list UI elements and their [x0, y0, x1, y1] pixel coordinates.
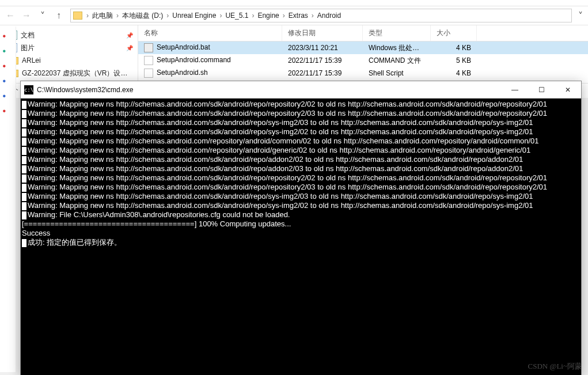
line-marker	[22, 138, 26, 146]
file-icon	[144, 69, 153, 78]
file-icon	[144, 43, 153, 52]
nav-forward-button[interactable]: →	[20, 9, 33, 22]
console-line: Success	[22, 229, 580, 238]
console-line: Warning: Mapping new ns http://schemas.a…	[22, 155, 580, 164]
strip-icon[interactable]: •	[3, 31, 13, 41]
file-type-cell: COMMAND 文件	[363, 56, 431, 66]
ribbon-placeholder	[0, 0, 588, 6]
console-line: Warning: Mapping new ns http://schemas.a…	[22, 100, 580, 109]
title-bar[interactable]: c:\ C:\Windows\system32\cmd.exe — ☐ ✕	[21, 81, 581, 99]
maximize-button[interactable]: ☐	[528, 81, 555, 99]
address-dropdown-button[interactable]: ˅	[575, 10, 586, 21]
console-line: Warning: Mapping new ns http://schemas.a…	[22, 109, 580, 118]
minimize-button[interactable]: —	[502, 81, 528, 99]
file-name-cell: SetupAndroid.command	[138, 56, 282, 65]
console-line: [=======================================…	[22, 219, 580, 229]
nav-recent-button[interactable]: ˅	[36, 9, 50, 22]
console-line: Warning: Mapping new ns http://schemas.a…	[22, 201, 580, 210]
console-line: Warning: Mapping new ns http://schemas.a…	[22, 146, 580, 155]
console-line: Warning: Mapping new ns http://schemas.a…	[22, 183, 580, 192]
line-marker	[22, 193, 26, 201]
chevron-right-icon: ›	[115, 12, 120, 20]
strip-icon[interactable]: •	[3, 91, 13, 101]
table-row[interactable]: SetupAndroid.sh2022/11/17 15:39Shell Scr…	[138, 67, 588, 79]
chevron-right-icon: ›	[85, 12, 90, 20]
console-line: Warning: Mapping new ns http://schemas.a…	[22, 118, 580, 127]
breadcrumb-segment[interactable]: Unreal Engine	[170, 12, 218, 20]
console-line: Warning: Mapping new ns http://schemas.a…	[22, 173, 580, 183]
nav-back-button[interactable]: ←	[3, 9, 17, 22]
folder-icon	[73, 12, 82, 20]
line-marker	[22, 156, 26, 164]
chevron-right-icon: ›	[281, 12, 287, 20]
file-icon	[144, 56, 153, 65]
file-size-cell: 5 KB	[431, 56, 477, 65]
line-marker	[22, 165, 26, 173]
strip-icon[interactable]: •	[3, 76, 13, 86]
line-marker	[22, 211, 26, 219]
window-title: C:\Windows\system32\cmd.exe	[37, 86, 502, 94]
watermark: CSDN @Li~阿蒙	[528, 361, 583, 372]
console-line: Warning: Mapping new ns http://schemas.a…	[22, 127, 580, 137]
console-line: Warning: Mapping new ns http://schemas.a…	[22, 192, 580, 201]
console-output[interactable]: Warning: Mapping new ns http://schemas.a…	[21, 99, 581, 375]
breadcrumb-segment[interactable]: Android	[316, 12, 343, 20]
address-bar: ← → ˅ ↑ › 此电脑 ›本地磁盘 (D:)›Unreal Engine›U…	[0, 6, 588, 25]
breadcrumb[interactable]: › 此电脑 ›本地磁盘 (D:)›Unreal Engine›UE_5.1›En…	[70, 9, 572, 22]
col-name[interactable]: 名称	[138, 25, 282, 41]
breadcrumb-root[interactable]: 此电脑	[90, 11, 115, 21]
line-marker	[22, 128, 26, 137]
nav-up-button[interactable]: ↑	[52, 9, 66, 22]
console-line: 成功: 指定的值已得到保存。	[22, 238, 580, 247]
tree-item[interactable]: 图片	[5, 41, 133, 54]
file-type-cell: Windows 批处理…	[363, 43, 431, 53]
strip-icon[interactable]: •	[3, 106, 13, 116]
line-marker	[22, 239, 26, 247]
tree-item-label: ARLei	[22, 56, 41, 65]
line-marker	[22, 147, 26, 155]
console-line: Warning: Mapping new ns http://schemas.a…	[22, 137, 580, 146]
file-size-cell: 4 KB	[431, 69, 477, 77]
col-size[interactable]: 大小	[431, 25, 477, 41]
line-marker	[22, 202, 26, 210]
file-date-cell: 2022/11/17 15:39	[282, 56, 363, 65]
file-size-cell: 4 KB	[431, 44, 477, 52]
line-marker	[22, 184, 26, 192]
chevron-right-icon: ›	[310, 12, 316, 20]
cmd-icon: c:\	[24, 85, 33, 94]
console-line: Warning: File C:\Users\Admin308\.android…	[22, 210, 580, 219]
tree-item-label: GZ-2022037 虚拟现实（VR）设…	[22, 69, 127, 78]
strip-icon[interactable]: •	[3, 46, 13, 56]
breadcrumb-segment[interactable]: 本地磁盘 (D:)	[120, 12, 165, 20]
col-date[interactable]: 修改日期	[282, 25, 363, 41]
file-list: 名称 修改日期 类型 大小 SetupAndroid.bat2023/3/11 …	[138, 25, 588, 83]
tree-item-label: 文档	[21, 31, 35, 40]
table-row[interactable]: SetupAndroid.bat2023/3/11 20:21Windows 批…	[138, 41, 588, 54]
line-marker	[22, 119, 26, 127]
console-line: Warning: Mapping new ns http://schemas.a…	[22, 164, 580, 173]
tree-item[interactable]: ARLei	[5, 54, 133, 67]
chevron-right-icon: ›	[250, 12, 256, 20]
tree-item[interactable]: GZ-2022037 虚拟现实（VR）设…	[5, 67, 133, 79]
column-headers: 名称 修改日期 类型 大小	[138, 25, 588, 41]
line-marker	[22, 175, 26, 183]
chevron-right-icon: ›	[218, 12, 223, 20]
chevron-right-icon: ›	[165, 12, 170, 20]
tree-item-label: 图片	[21, 43, 35, 53]
table-row[interactable]: SetupAndroid.command2022/11/17 15:39COMM…	[138, 54, 588, 67]
file-type-cell: Shell Script	[363, 69, 431, 77]
file-date-cell: 2022/11/17 15:39	[282, 69, 363, 77]
breadcrumb-segment[interactable]: Engine	[256, 12, 280, 20]
line-marker	[22, 101, 26, 109]
breadcrumb-segment[interactable]: UE_5.1	[223, 12, 250, 20]
file-date-cell: 2023/3/11 20:21	[282, 44, 363, 52]
tree-item[interactable]: 文档	[5, 29, 133, 41]
col-type[interactable]: 类型	[363, 25, 431, 41]
strip-icon[interactable]: •	[3, 61, 13, 71]
left-sidebar-strip: • • • • • •	[0, 26, 16, 372]
breadcrumb-segment[interactable]: Extras	[287, 12, 310, 20]
line-marker	[22, 110, 26, 118]
close-button[interactable]: ✕	[555, 81, 581, 99]
cmd-window: c:\ C:\Windows\system32\cmd.exe — ☐ ✕ Wa…	[20, 81, 582, 375]
file-name-cell: SetupAndroid.sh	[138, 69, 282, 78]
